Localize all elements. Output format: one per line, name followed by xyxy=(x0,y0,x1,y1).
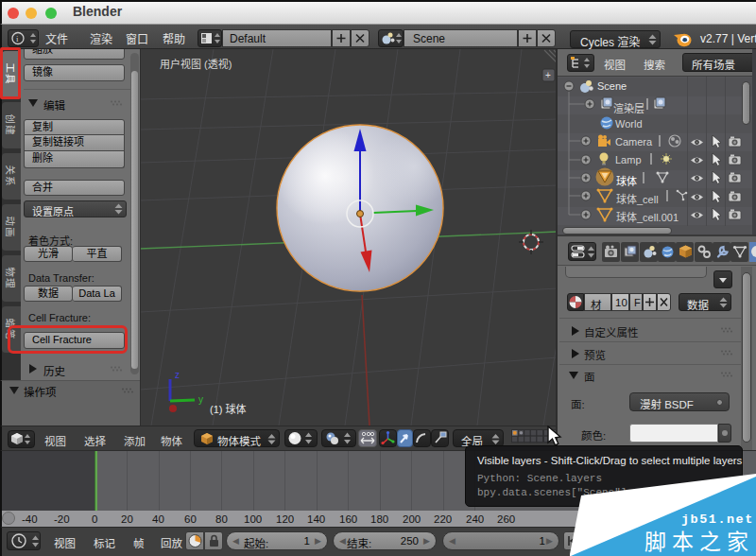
svg-text:脚本之家: 脚本之家 xyxy=(644,524,754,556)
